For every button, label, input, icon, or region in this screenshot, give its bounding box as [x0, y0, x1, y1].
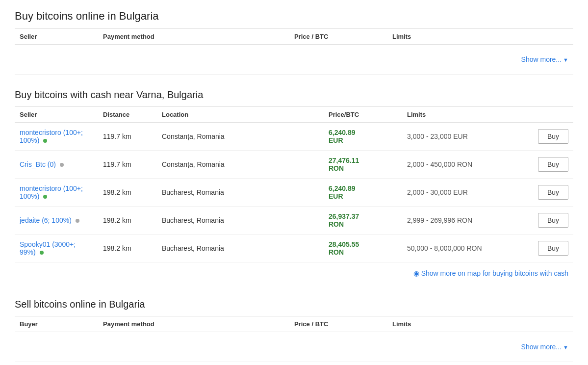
buy-online-header: Seller Payment method Price / BTC Limits [15, 29, 573, 45]
cash-distance-cell: 198.2 km [98, 235, 157, 262]
cash-col-price: Price/BTC [324, 107, 402, 123]
buy-button[interactable]: Buy [538, 185, 568, 200]
seller-status-dot [40, 251, 44, 255]
seller-link[interactable]: Spooky01 (3000+; 99%) [20, 240, 76, 256]
cash-location-cell: Bucharest, Romania [157, 207, 324, 235]
cash-distance-cell: 119.7 km [98, 151, 157, 179]
cash-price-cell: 27,476.11RON [324, 151, 402, 179]
cash-limits-cell: 50,000 - 8,000,000 RON [402, 235, 533, 262]
buy-cash-header: Seller Distance Location Price/BTC Limit… [15, 107, 573, 123]
cash-price-cell: 28,405.55RON [324, 235, 402, 262]
cash-location-cell: Bucharest, Romania [157, 235, 324, 262]
cash-seller-cell: Spooky01 (3000+; 99%) [15, 235, 98, 262]
cash-seller-cell: montecristoro (100+; 100%) [15, 179, 98, 207]
sell-online-section: Sell bitcoins online in Bulgaria Buyer P… [15, 299, 573, 362]
sell-online-show-more-link[interactable]: Show more... [521, 343, 568, 351]
cash-limits-cell: 3,000 - 23,000 EUR [402, 123, 533, 151]
cash-price-cell: 6,240.89EUR [324, 123, 402, 151]
map-pin-icon: ◉ [413, 269, 419, 277]
cash-distance-cell: 119.7 km [98, 123, 157, 151]
buy-online-show-more-row: Show more... [15, 45, 573, 75]
sell-online-show-more-row: Show more... [15, 332, 573, 362]
col-price-header: Price / BTC [289, 29, 387, 45]
col-payment-header: Payment method [98, 29, 289, 45]
buy-cash-table: Seller Distance Location Price/BTC Limit… [15, 106, 573, 262]
sell-col-payment: Payment method [98, 316, 289, 332]
col-seller-header: Seller [15, 29, 98, 45]
cash-table-row: jedaite (6; 100%) 198.2 km Bucharest, Ro… [15, 207, 573, 235]
seller-status-dot [43, 195, 47, 199]
cash-distance-cell: 198.2 km [98, 207, 157, 235]
buy-cash-section: Buy bitcoins with cash near Varna, Bulga… [15, 89, 573, 284]
seller-link[interactable]: montecristoro (100+; 100%) [20, 184, 83, 200]
cash-seller-cell: Cris_Btc (0) [15, 151, 98, 179]
sell-col-price: Price / BTC [289, 316, 387, 332]
cash-col-limits: Limits [402, 107, 533, 123]
cash-limits-cell: 2,000 - 450,000 RON [402, 151, 533, 179]
cash-location-cell: Constanța, Romania [157, 123, 324, 151]
buy-button[interactable]: Buy [538, 241, 568, 256]
seller-link[interactable]: jedaite (6; 100%) [20, 216, 72, 224]
cash-col-distance: Distance [98, 107, 157, 123]
cash-distance-cell: 198.2 km [98, 179, 157, 207]
buy-online-table: Seller Payment method Price / BTC Limits… [15, 28, 573, 75]
sell-online-table: Buyer Payment method Price / BTC Limits … [15, 316, 573, 362]
sell-col-buyer: Buyer [15, 316, 98, 332]
cash-limits-cell: 2,000 - 30,000 EUR [402, 179, 533, 207]
seller-link[interactable]: Cris_Btc (0) [20, 160, 56, 168]
seller-link[interactable]: montecristoro (100+; 100%) [20, 129, 83, 144]
cash-col-location: Location [157, 107, 324, 123]
buy-cash-title: Buy bitcoins with cash near Varna, Bulga… [15, 89, 573, 101]
cash-buy-cell: Buy [533, 123, 573, 151]
cash-price-cell: 26,937.37RON [324, 207, 402, 235]
col-limits-header: Limits [387, 29, 573, 45]
cash-buy-cell: Buy [533, 235, 573, 262]
cash-limits-cell: 2,999 - 269,996 RON [402, 207, 533, 235]
seller-status-dot [76, 219, 79, 223]
cash-location-cell: Bucharest, Romania [157, 179, 324, 207]
cash-col-seller: Seller [15, 107, 98, 123]
cash-seller-cell: montecristoro (100+; 100%) [15, 123, 98, 151]
buy-online-title: Buy bitcoins online in Bulgaria [15, 10, 573, 23]
sell-col-limits: Limits [387, 316, 573, 332]
buy-button[interactable]: Buy [538, 157, 568, 172]
buy-online-show-more-link[interactable]: Show more... [521, 55, 568, 63]
seller-status-dot [43, 139, 47, 143]
cash-buy-cell: Buy [533, 207, 573, 235]
sell-online-title: Sell bitcoins online in Bulgaria [15, 299, 573, 310]
map-link[interactable]: ◉Show more on map for buying bitcoins wi… [413, 269, 568, 277]
cash-table-row: montecristoro (100+; 100%) 198.2 km Buch… [15, 179, 573, 207]
cash-buy-cell: Buy [533, 151, 573, 179]
seller-status-dot [60, 163, 64, 167]
cash-buy-cell: Buy [533, 179, 573, 207]
map-link-row: ◉Show more on map for buying bitcoins wi… [15, 262, 573, 284]
cash-table-row: Cris_Btc (0) 119.7 km Constanța, Romania… [15, 151, 573, 179]
buy-online-section: Buy bitcoins online in Bulgaria Seller P… [15, 10, 573, 75]
sell-online-header: Buyer Payment method Price / BTC Limits [15, 316, 573, 332]
cash-price-cell: 6,240.89EUR [324, 179, 402, 207]
cash-col-btn [533, 107, 573, 123]
cash-table-row: Spooky01 (3000+; 99%) 198.2 km Bucharest… [15, 235, 573, 262]
buy-button[interactable]: Buy [538, 213, 568, 228]
cash-table-row: montecristoro (100+; 100%) 119.7 km Cons… [15, 123, 573, 151]
buy-button[interactable]: Buy [538, 129, 568, 144]
cash-seller-cell: jedaite (6; 100%) [15, 207, 98, 235]
cash-location-cell: Constanța, Romania [157, 151, 324, 179]
